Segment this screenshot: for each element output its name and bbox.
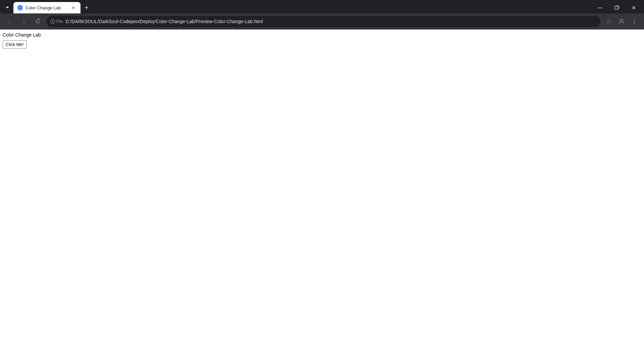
forward-button[interactable] (18, 16, 30, 27)
page-content: Color Change Lab Click Me! (0, 30, 644, 342)
tab-dropdown-button[interactable] (3, 3, 12, 12)
click-me-button[interactable]: Click Me! (3, 40, 26, 49)
close-button[interactable]: ✕ (626, 2, 641, 13)
restore-button[interactable] (609, 2, 625, 13)
window-controls: — ✕ (592, 2, 641, 13)
address-bar[interactable]: File D:/DARKSOUL/DarkSoul-Codepen/Deploy… (46, 16, 600, 27)
profile-button[interactable] (616, 16, 627, 27)
svg-point-3 (52, 22, 53, 22)
svg-point-5 (634, 19, 635, 20)
bookmark-button[interactable]: ☆ (603, 16, 614, 27)
active-tab[interactable]: Color Change Lab ✕ (13, 2, 80, 13)
tab-bar: Color Change Lab ✕ + — ✕ (0, 0, 644, 13)
file-label: File (56, 19, 63, 24)
security-indicator: File (50, 19, 63, 24)
svg-rect-1 (615, 6, 618, 9)
menu-button[interactable] (629, 16, 640, 27)
page-title: Color Change Lab (3, 32, 641, 38)
nav-right-controls: ☆ (603, 16, 640, 27)
tab-bar-left: Color Change Lab ✕ + (3, 2, 91, 13)
new-tab-button[interactable]: + (82, 3, 91, 12)
minimize-button[interactable]: — (592, 2, 608, 13)
svg-point-4 (620, 19, 623, 22)
navigation-bar: File D:/DARKSOUL/DarkSoul-Codepen/Deploy… (0, 13, 644, 30)
svg-point-7 (634, 23, 635, 24)
svg-point-6 (634, 21, 635, 22)
url-display: D:/DARKSOUL/DarkSoul-Codepen/Deploy/Colo… (65, 19, 596, 24)
tab-title: Color Change Lab (25, 5, 68, 10)
reload-button[interactable] (32, 16, 44, 27)
tab-close-button[interactable]: ✕ (70, 5, 76, 11)
back-button[interactable] (4, 16, 15, 27)
browser-chrome: Color Change Lab ✕ + — ✕ (0, 0, 644, 30)
tab-favicon (17, 5, 23, 10)
